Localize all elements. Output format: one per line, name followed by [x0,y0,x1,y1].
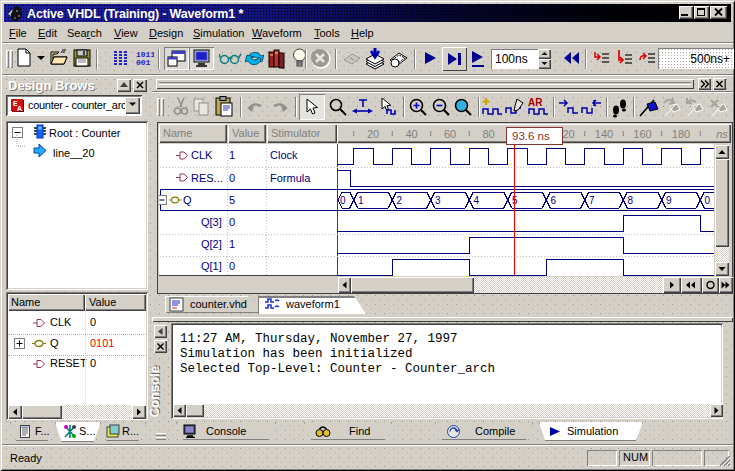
svg-text:0: 0 [229,260,235,272]
svg-text:1: 1 [229,238,235,250]
svg-text:8: 8 [628,195,634,206]
svg-text:ns: ns [716,128,728,140]
svg-text:Q[1]: Q[1] [201,260,222,272]
svg-text:180: 180 [672,128,690,140]
svg-text:20: 20 [367,128,379,140]
svg-text:1: 1 [358,195,364,206]
svg-text:60: 60 [444,128,456,140]
svg-text:Q[2]: Q[2] [201,238,222,250]
svg-text:80: 80 [482,128,494,140]
svg-text:5: 5 [229,194,235,206]
svg-text:0: 0 [705,195,711,206]
svg-text:2: 2 [397,195,403,206]
svg-text:1: 1 [229,149,235,161]
svg-text:Clock: Clock [270,149,298,161]
svg-text:9: 9 [666,195,672,206]
svg-text:0: 0 [229,216,235,228]
svg-text:001: 001 [136,58,151,66]
svg-text:RES...: RES... [191,172,223,184]
svg-text:40: 40 [405,128,417,140]
svg-text:140: 140 [595,128,613,140]
svg-text:0: 0 [229,172,235,184]
svg-text:A: A [17,105,22,112]
svg-text:CLK: CLK [191,149,213,161]
svg-text:Formula: Formula [270,172,311,184]
svg-text:3: 3 [435,195,441,206]
svg-text:93.6 ns: 93.6 ns [512,130,550,142]
svg-text:6: 6 [551,195,557,206]
svg-text:Q: Q [183,194,192,206]
svg-text:Q[3]: Q[3] [201,216,222,228]
svg-text:4: 4 [474,195,480,206]
svg-text:0: 0 [340,195,346,206]
svg-text:160: 160 [633,128,651,140]
svg-text:7: 7 [589,195,595,206]
svg-text:AR: AR [528,97,543,108]
